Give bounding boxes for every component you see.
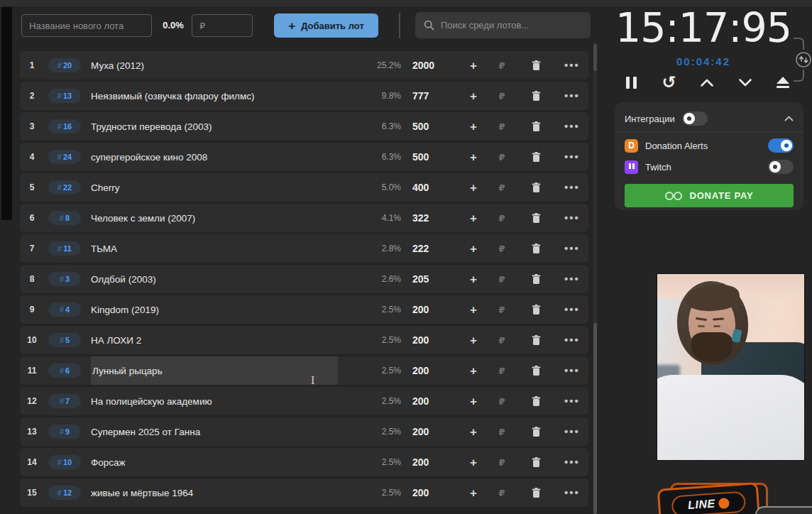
lot-amount[interactable]: 777: [412, 90, 459, 102]
lot-name-field[interactable]: супергеройское кино 2008: [91, 143, 366, 171]
delete-lot-button[interactable]: [516, 457, 556, 468]
more-options-button[interactable]: •••: [556, 184, 588, 191]
lot-amount[interactable]: 222: [412, 243, 459, 254]
delete-lot-button[interactable]: [516, 60, 556, 71]
add-bid-button[interactable]: +: [459, 212, 488, 224]
lot-name-field[interactable]: Олдбой (2003): [91, 265, 366, 293]
more-options-button[interactable]: •••: [556, 398, 588, 405]
lot-row[interactable]: 5 # 22 Cherry 5.0% 400 + ₽ •••: [20, 173, 588, 202]
delete-lot-button[interactable]: [516, 427, 556, 437]
delete-lot-button[interactable]: [516, 182, 556, 193]
lot-name-field[interactable]: живые и мёртвые 1964: [91, 479, 366, 507]
add-bid-button[interactable]: +: [459, 273, 488, 285]
lot-name-field[interactable]: ТЬМА: [91, 234, 366, 263]
more-options-button[interactable]: •••: [556, 92, 588, 99]
add-bid-button[interactable]: +: [459, 365, 488, 377]
more-options-button[interactable]: •••: [556, 123, 588, 130]
lot-name-field[interactable]: Лунный рыцарь: [91, 356, 338, 385]
twitch-toggle[interactable]: [768, 160, 794, 174]
lot-search[interactable]: [415, 12, 591, 38]
pause-button[interactable]: [619, 72, 643, 93]
add-bid-button[interactable]: +: [459, 456, 488, 469]
more-options-button[interactable]: •••: [556, 245, 588, 252]
lot-amount[interactable]: 200: [412, 365, 459, 376]
add-bid-button[interactable]: +: [459, 487, 488, 499]
lot-name-field[interactable]: Супермен 2025 от Ганна: [91, 417, 366, 446]
add-bid-button[interactable]: +: [459, 90, 488, 102]
lot-name-field[interactable]: НА ЛОХИ 2: [91, 326, 366, 354]
lot-amount[interactable]: 400: [412, 182, 459, 193]
search-input[interactable]: [441, 20, 569, 31]
delete-lot-button[interactable]: [516, 244, 556, 254]
delete-lot-button[interactable]: [516, 366, 556, 376]
more-options-button[interactable]: •••: [556, 367, 588, 374]
currency-button[interactable]: ₽: [488, 427, 516, 437]
delete-lot-button[interactable]: [516, 488, 556, 498]
lot-row[interactable]: 14 # 10 Форсаж 2.5% 200 + ₽ •••: [20, 448, 588, 476]
more-options-button[interactable]: •••: [556, 306, 588, 313]
more-options-button[interactable]: •••: [556, 459, 588, 466]
currency-button[interactable]: ₽: [488, 305, 516, 315]
more-options-button[interactable]: •••: [556, 428, 588, 435]
currency-button[interactable]: ₽: [488, 457, 516, 468]
currency-button[interactable]: ₽: [488, 244, 516, 254]
lot-amount[interactable]: 200: [412, 395, 459, 407]
more-options-button[interactable]: •••: [556, 489, 588, 496]
lot-name-field[interactable]: Муха (2012): [91, 51, 366, 80]
lot-amount[interactable]: 500: [412, 121, 459, 132]
currency-button[interactable]: ₽: [488, 121, 516, 132]
lot-amount[interactable]: 322: [412, 212, 459, 224]
add-bid-button[interactable]: +: [459, 304, 488, 316]
currency-button[interactable]: ₽: [488, 396, 516, 407]
lot-amount[interactable]: 200: [412, 334, 459, 346]
lot-amount[interactable]: 205: [412, 273, 459, 285]
restart-button[interactable]: ↺: [657, 72, 681, 93]
collapse-panel-button[interactable]: [784, 116, 794, 121]
lot-amount[interactable]: 200: [412, 456, 459, 468]
left-scrollbar-strip[interactable]: [1, 7, 12, 220]
delete-lot-button[interactable]: [516, 91, 556, 102]
currency-button[interactable]: ₽: [488, 182, 516, 193]
lot-name-field[interactable]: Трудности перевода (2003): [91, 112, 366, 141]
new-lot-price-input[interactable]: [192, 14, 253, 37]
add-bid-button[interactable]: +: [459, 151, 488, 163]
lot-row[interactable]: 7 # 11 ТЬМА 2.8% 222 + ₽ •••: [20, 234, 588, 263]
add-bid-button[interactable]: +: [459, 60, 488, 72]
lot-amount[interactable]: 200: [412, 426, 459, 437]
currency-button[interactable]: ₽: [488, 91, 516, 102]
integrations-master-toggle[interactable]: [682, 111, 708, 126]
more-options-button[interactable]: •••: [556, 153, 588, 160]
lot-row[interactable]: 2 # 13 Неязвимый (озвучка флароу филмс) …: [20, 82, 588, 110]
add-bid-button[interactable]: +: [459, 334, 488, 346]
currency-button[interactable]: ₽: [488, 213, 516, 224]
lot-amount[interactable]: 200: [412, 304, 459, 315]
lot-row[interactable]: 10 # 5 НА ЛОХИ 2 2.5% 200 + ₽ •••: [20, 326, 588, 354]
delete-lot-button[interactable]: [516, 274, 556, 285]
lot-row[interactable]: 3 # 16 Трудности перевода (2003) 6.3% 50…: [20, 112, 588, 141]
delete-lot-button[interactable]: [516, 396, 556, 407]
delete-lot-button[interactable]: [516, 213, 556, 224]
lot-row[interactable]: 13 # 9 Супермен 2025 от Ганна 2.5% 200 +…: [20, 417, 588, 446]
currency-button[interactable]: ₽: [488, 60, 516, 71]
lot-amount[interactable]: 2000: [412, 60, 459, 71]
more-options-button[interactable]: •••: [556, 62, 588, 69]
lot-name-field[interactable]: Cherry: [91, 173, 366, 202]
more-options-button[interactable]: •••: [556, 275, 588, 283]
lot-name-field[interactable]: Форсаж: [91, 448, 366, 476]
currency-button[interactable]: ₽: [488, 488, 516, 498]
currency-button[interactable]: ₽: [488, 366, 516, 376]
lot-row[interactable]: 6 # 8 Человек с земли (2007) 4.1% 322 + …: [20, 204, 588, 232]
currency-button[interactable]: ₽: [488, 152, 516, 163]
lot-name-field[interactable]: Человек с земли (2007): [91, 204, 366, 232]
currency-button[interactable]: ₽: [488, 274, 516, 285]
timer-display[interactable]: 15:17:95: [605, 3, 802, 53]
add-lot-button[interactable]: + Добавить лот: [274, 13, 378, 38]
new-lot-name-input[interactable]: [21, 14, 152, 37]
add-bid-button[interactable]: +: [459, 182, 488, 194]
delete-lot-button[interactable]: [516, 335, 556, 346]
donation-alerts-toggle[interactable]: [768, 138, 794, 153]
add-bid-button[interactable]: +: [459, 243, 488, 255]
more-options-button[interactable]: •••: [556, 214, 588, 222]
lot-name-field[interactable]: На полицейскую академию: [91, 387, 366, 415]
lot-row[interactable]: 8 # 3 Олдбой (2003) 2.6% 205 + ₽ •: [20, 265, 588, 293]
